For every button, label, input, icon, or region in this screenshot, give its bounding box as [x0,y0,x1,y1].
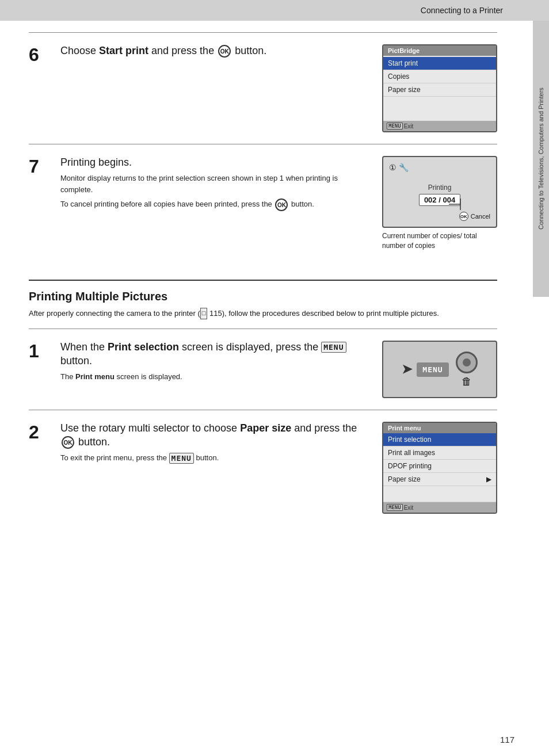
printing-multiple-section: Printing Multiple Pictures After properl… [29,280,497,320]
pictbridge-footer: MENU Exit [383,121,496,131]
printing-icons: ① 🔧 [389,163,490,172]
step-6-title: Choose Start print and press the OK butt… [60,44,371,58]
step-6-image: PictBridge Start print Copies Paper size… [382,44,497,132]
step-m1-image: ➤ MENU 🗑 [382,341,497,398]
pictbridge-item-2: Paper size [383,83,496,97]
print-label: Printing [389,184,490,192]
print-progress: Printing 002 / 004 [389,184,490,206]
pictbridge-footer-label: Exit [404,123,414,129]
pm-item-2: DPOF printing [383,460,496,473]
step-m2-block: 2 Use the rotary multi selector to choos… [29,410,497,525]
step-7-title-text: Printing begins. [60,156,132,168]
rotary-selector-icon [456,352,478,373]
menu-text-m2: MENU [169,453,194,464]
trash-icon: 🗑 [462,376,472,388]
book-icon: □ [200,308,208,319]
step-m2-desc: To exit the print menu, press the MENU b… [60,452,371,464]
page-number: 117 [500,735,514,744]
pictbridge-title: PictBridge [383,45,496,56]
camera-menu-image: ➤ MENU 🗑 [382,341,497,398]
print-icon-1: ① 🔧 [389,163,409,172]
step-m2-number: 2 [29,422,49,441]
section-heading: Printing Multiple Pictures [29,290,497,303]
ok-icon-m2: OK [62,436,74,449]
cancel-label: Cancel [471,213,490,220]
section-intro: After properly connecting the camera to … [29,308,497,320]
step-7-title: Printing begins. [60,156,371,169]
main-content: 6 Choose Start print and press the OK bu… [0,21,549,537]
step-m2-image: Print menu Print selection Print all ima… [382,422,497,514]
header-title: Connecting to a Printer [421,6,503,15]
step-m1-desc: The Print menu screen is displayed. [60,371,371,383]
step-m2-text: Use the rotary multi selector to choose … [60,422,371,467]
side-tab-text: Connecting to Televisions, Computers and… [537,88,545,230]
arrow-right: ➤ [402,362,412,377]
step-m1-block: 1 When the Print selection screen is dis… [29,329,497,410]
header-bar: Connecting to a Printer [0,0,549,21]
pm-title: Print menu [383,423,496,433]
menu-btn: MENU [417,362,448,377]
pm-item-3: Paper size ▶ [383,473,496,486]
step-7-desc1: Monitor display returns to the print sel… [60,173,371,195]
ok-icon-cancel: OK [459,212,468,221]
menu-button-block: MENU [417,362,448,377]
pictbridge-screen: PictBridge Start print Copies Paper size… [382,44,497,132]
pm-arrow: ▶ [486,475,491,483]
menu-text-m1: MENU [321,342,346,353]
ok-icon-step6: OK [218,45,231,58]
step-6-text: Choose Start print and press the OK butt… [60,44,371,61]
step-7-image: ① 🔧 Printing 002 / 004 OK Canc [382,156,497,251]
step-7-desc2: To cancel printing before all copies hav… [60,198,371,211]
pictbridge-items: Start print Copies Paper size [383,56,496,121]
step-7-block: 7 Printing begins. Monitor display retur… [29,144,497,262]
pictbridge-spacer [383,97,496,120]
pm-footer-label: Exit [404,505,414,511]
step-6-title-bold: Start print [99,45,148,56]
section-divider [29,280,497,281]
step-6-title-suffix: and press the [148,45,214,56]
pm-item-0: Print selection [383,433,496,446]
pm-footer-menu: MENU [387,504,403,511]
step-7-text: Printing begins. Monitor display returns… [60,156,371,215]
print-caption: Current number of copies/ total number o… [382,231,497,251]
pm-item-1: Print all images [383,446,496,460]
pm-spacer [383,486,496,502]
bracket-svg [449,198,466,210]
step-m1-title: When the Print selection screen is displ… [60,341,371,368]
step-m1-number: 1 [29,341,49,360]
step-6-block: 6 Choose Start print and press the OK bu… [29,32,497,144]
step-7-number: 7 [29,156,49,175]
camera-right-side: 🗑 [456,352,478,388]
pictbridge-footer-menu: MENU [387,123,403,129]
print-cancel: OK Cancel [389,212,490,221]
step-m2-title: Use the rotary multi selector to choose … [60,422,371,449]
side-tab: Connecting to Televisions, Computers and… [533,21,549,297]
step-m1-text: When the Print selection screen is displ… [60,341,371,385]
step-6-title-end: button. [235,45,266,56]
pm-footer: MENU Exit [383,502,496,513]
printing-screen: ① 🔧 Printing 002 / 004 OK Canc [382,156,497,228]
pictbridge-item-1: Copies [383,70,496,83]
ok-icon-step7: OK [275,198,288,211]
print-menu-screen: Print menu Print selection Print all ima… [382,422,497,514]
step-6-number: 6 [29,44,49,64]
step-6-title-prefix: Choose [60,45,99,56]
pictbridge-item-0: Start print [383,57,496,70]
